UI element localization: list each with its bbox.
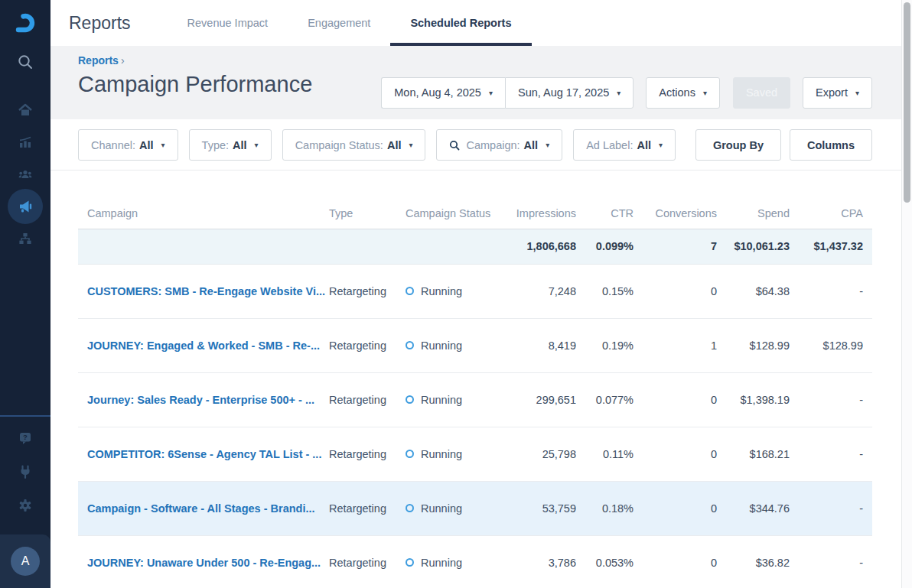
app-root: ? A Repor [0, 0, 912, 588]
cell-impressions: 3,786 [497, 535, 576, 588]
status-running-icon [406, 341, 414, 349]
caret-down-icon [855, 89, 859, 97]
status-label: Running [421, 502, 462, 515]
filter-label: Ad Label: [586, 139, 633, 151]
campaign-link[interactable]: JOURNEY: Unaware Under 500 - Re-Engag... [87, 557, 321, 569]
status-label: Running [421, 285, 462, 297]
sitemap-icon[interactable] [9, 223, 41, 255]
cell-cpa: - [790, 481, 872, 535]
plug-icon[interactable] [9, 456, 41, 488]
cell-cpa: - [790, 535, 872, 588]
cell-spend: $344.76 [717, 481, 790, 535]
report-tabs: Revenue Impact Engagement Scheduled Repo… [168, 0, 532, 46]
filter-label: Channel: [91, 139, 135, 151]
tab-scheduled-reports[interactable]: Scheduled Reports [390, 0, 531, 46]
campaign-link[interactable]: Journey: Sales Ready - Enterprise 500+ -… [87, 394, 314, 406]
date-start-button[interactable]: Mon, Aug 4, 2025 [381, 77, 505, 109]
filter-channel[interactable]: Channel: All [78, 129, 178, 161]
actions-button[interactable]: Actions [646, 77, 720, 109]
campaign-link[interactable]: Campaign - Software - All Stages - Brand… [87, 502, 315, 515]
saved-label: Saved [746, 86, 777, 99]
campaign-type: Retargeting [329, 427, 406, 481]
search-icon [449, 140, 460, 151]
summary-cpa: $1,437.32 [790, 229, 872, 264]
title-block: Reports› Campaign Performance [78, 54, 312, 119]
group-by-button[interactable]: Group By [695, 129, 781, 161]
brand-logo-icon [12, 11, 38, 35]
topbar: Reports Revenue Impact Engagement Schedu… [50, 0, 912, 46]
cell-conversions: 0 [634, 427, 717, 481]
page-title: Reports [69, 13, 131, 34]
col-conversions[interactable]: Conversions [634, 198, 717, 229]
status-label: Running [421, 339, 462, 352]
caret-down-icon [546, 141, 549, 149]
scrollbar-thumb[interactable] [904, 2, 910, 203]
filter-value: All [233, 139, 247, 151]
cell-impressions: 25,798 [497, 427, 576, 481]
vertical-scrollbar[interactable] [901, 0, 912, 588]
filter-campaign[interactable]: Campaign: All [436, 129, 562, 161]
table-header-row: Campaign Type Campaign Status Impression… [78, 198, 872, 229]
status-running-icon [406, 395, 414, 404]
caret-down-icon [659, 141, 663, 149]
cell-spend: $1,398.19 [717, 372, 790, 427]
col-spend[interactable]: Spend [717, 198, 790, 229]
caret-down-icon [255, 141, 259, 149]
bar-chart-icon[interactable] [9, 126, 41, 158]
summary-empty [78, 229, 329, 264]
caret-down-icon [489, 89, 493, 97]
sidebar-divider [0, 415, 50, 417]
summary-conversions: 7 [634, 229, 717, 264]
sidebar-footer: ? [9, 422, 41, 523]
filter-ad-label[interactable]: Ad Label: All [573, 129, 676, 161]
col-cpa[interactable]: CPA [790, 198, 872, 229]
gear-icon[interactable] [9, 489, 41, 521]
filter-value: All [139, 139, 154, 151]
avatar[interactable]: A [11, 547, 40, 576]
campaign-link[interactable]: CUSTOMERS: SMB - Re-Engage Website Vi... [87, 285, 325, 297]
filter-label: Campaign Status: [295, 139, 383, 151]
col-ctr[interactable]: CTR [576, 198, 634, 229]
help-bubble-icon[interactable]: ? [9, 422, 41, 454]
megaphone-icon[interactable] [8, 189, 43, 224]
cell-cpa: - [790, 372, 872, 427]
users-icon[interactable] [9, 158, 41, 190]
main-area: Reports Revenue Impact Engagement Schedu… [50, 0, 912, 588]
caret-down-icon [409, 141, 412, 149]
user-panel: A [0, 534, 50, 588]
campaign-type: Retargeting [329, 372, 406, 427]
status-running-icon [406, 504, 414, 512]
filter-campaign-status[interactable]: Campaign Status: All [282, 129, 426, 161]
home-icon[interactable] [9, 94, 41, 126]
table-row: CUSTOMERS: SMB - Re-Engage Website Vi...… [78, 264, 872, 318]
filter-label: Type: [202, 139, 229, 151]
col-campaign-status[interactable]: Campaign Status [406, 198, 497, 229]
col-type[interactable]: Type [329, 198, 406, 229]
campaign-link[interactable]: COMPETITOR: 6Sense - Agency TAL List - .… [87, 448, 321, 460]
brand-logo[interactable] [0, 0, 50, 46]
status-running-icon [406, 558, 414, 567]
breadcrumb-link[interactable]: Reports [78, 54, 119, 67]
summary-spend: $10,061.23 [717, 229, 790, 264]
col-impressions[interactable]: Impressions [497, 198, 576, 229]
breadcrumb-separator: › [121, 54, 125, 67]
campaign-link[interactable]: JOURNEY: Engaged & Worked - SMB - Re-... [87, 339, 320, 352]
cell-cpa: $128.99 [790, 318, 872, 372]
export-button[interactable]: Export [803, 77, 872, 109]
breadcrumb[interactable]: Reports› [78, 54, 312, 67]
filter-type[interactable]: Type: All [189, 129, 272, 161]
columns-button[interactable]: Columns [790, 129, 872, 161]
report-title: Campaign Performance [78, 72, 312, 97]
tab-engagement[interactable]: Engagement [288, 0, 390, 46]
cell-ctr: 0.19% [576, 318, 634, 372]
table-row-selected: Campaign - Software - All Stages - Brand… [78, 481, 872, 535]
search-icon[interactable] [9, 46, 41, 78]
status-running-icon [406, 287, 414, 295]
saved-button: Saved [733, 77, 790, 109]
cell-impressions: 8,419 [497, 318, 576, 372]
table-row: Journey: Sales Ready - Enterprise 500+ -… [78, 372, 872, 427]
tab-revenue-impact[interactable]: Revenue Impact [168, 0, 288, 46]
date-start-label: Mon, Aug 4, 2025 [394, 86, 481, 99]
col-campaign[interactable]: Campaign [78, 198, 329, 229]
date-end-button[interactable]: Sun, Aug 17, 2025 [505, 77, 634, 109]
